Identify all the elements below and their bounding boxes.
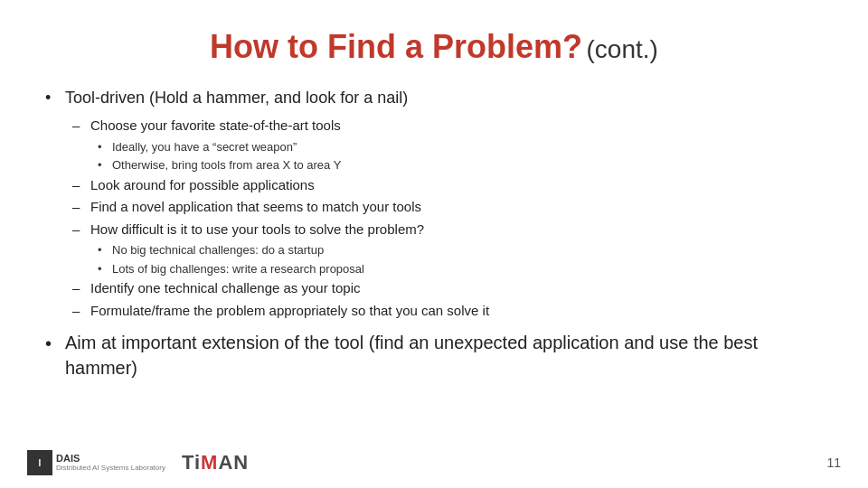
dais-logo-box: I xyxy=(27,450,52,475)
bullet-2-dot: • xyxy=(45,330,65,357)
bullet-1-3-text: Find a novel application that seems to m… xyxy=(90,197,421,218)
bullet-1-1-text: Choose your favorite state-of-the-art to… xyxy=(90,116,341,136)
bullet-1-1-dash: – xyxy=(72,116,90,136)
bullet-1-3: – Find a novel application that seems to… xyxy=(72,197,823,218)
bullet-2: • Aim at important extension of the tool… xyxy=(45,330,823,380)
page-number: 11 xyxy=(826,455,841,470)
bullet-1-2: – Look around for possible applications xyxy=(72,175,823,196)
bullet-1-4-2-text: Lots of big challenges: write a research… xyxy=(112,260,364,278)
bullet-1-1-1: • Ideally, you have a “secret weapon” xyxy=(98,138,823,156)
title-cont: (cont.) xyxy=(587,35,658,63)
bullet-1-1-1-text: Ideally, you have a “secret weapon” xyxy=(112,138,297,156)
bullet-1-4-2-dot: • xyxy=(98,260,112,278)
timan-logo: TiMAN xyxy=(182,451,249,474)
bullet-1: • Tool-driven (Hold a hammer, and look f… xyxy=(45,86,823,110)
bullet-1-4-1: • No big technical challenges: do a star… xyxy=(98,241,823,259)
bullet-1-1-2-text: Otherwise, bring tools from area X to ar… xyxy=(112,156,341,174)
bullet-1-5: – Identify one technical challenge as yo… xyxy=(72,278,823,299)
bullet-1-2-text: Look around for possible applications xyxy=(90,175,315,196)
slide: How to Find a Problem? (cont.) • Tool-dr… xyxy=(0,0,868,488)
bullet-1-4-sublist: • No big technical challenges: do a star… xyxy=(98,241,823,277)
bullet-1-5-text: Identify one technical challenge as your… xyxy=(90,278,361,299)
bullet-1-5-dash: – xyxy=(72,278,90,299)
bullet-1-1: – Choose your favorite state-of-the-art … xyxy=(72,116,823,136)
title-main: How to Find a Problem? xyxy=(210,28,582,65)
footer-logos: I DAIS Distributed AI Systems Laboratory… xyxy=(27,450,249,475)
dais-logo: I DAIS Distributed AI Systems Laboratory xyxy=(27,450,165,475)
dais-logo-name: DAIS xyxy=(56,453,165,464)
bullet-1-1-sublist: • Ideally, you have a “secret weapon” • … xyxy=(98,138,823,174)
bullet-1-6-text: Formulate/frame the problem appropriatel… xyxy=(90,301,489,322)
bullet-1-1-1-dot: • xyxy=(98,138,112,156)
dais-subtext: Distributed AI Systems Laboratory xyxy=(56,464,165,473)
bullet-1-text: Tool-driven (Hold a hammer, and look for… xyxy=(65,86,408,110)
slide-content: • Tool-driven (Hold a hammer, and look f… xyxy=(45,86,823,380)
bullet-1-6: – Formulate/frame the problem appropriat… xyxy=(72,301,823,322)
slide-title: How to Find a Problem? (cont.) xyxy=(45,27,823,66)
bullet-1-4-1-dot: • xyxy=(98,241,112,259)
bullet-1-4-2: • Lots of big challenges: write a resear… xyxy=(98,260,823,278)
bullet-1-sublist: – Choose your favorite state-of-the-art … xyxy=(72,116,823,321)
bullet-1-3-dash: – xyxy=(72,197,90,218)
bullet-1-4-dash: – xyxy=(72,220,90,240)
dais-logo-letter: I xyxy=(39,458,42,468)
bullet-2-text: Aim at important extension of the tool (… xyxy=(65,330,823,380)
dais-logo-text-block: DAIS Distributed AI Systems Laboratory xyxy=(56,453,165,473)
bullet-1-1-2: • Otherwise, bring tools from area X to … xyxy=(98,156,823,174)
bullet-1-4-1-text: No big technical challenges: do a startu… xyxy=(112,241,324,259)
bullet-1-6-dash: – xyxy=(72,301,90,322)
bullet-1-1-2-dot: • xyxy=(98,156,112,174)
footer: I DAIS Distributed AI Systems Laboratory… xyxy=(0,450,868,475)
bullet-1-2-dash: – xyxy=(72,175,90,196)
timan-logo-text: TiMAN xyxy=(182,451,249,474)
bullet-1-4: – How difficult is it to use your tools … xyxy=(72,220,823,240)
bullet-1-dot: • xyxy=(45,86,65,110)
bullet-1-4-text: How difficult is it to use your tools to… xyxy=(90,220,424,240)
